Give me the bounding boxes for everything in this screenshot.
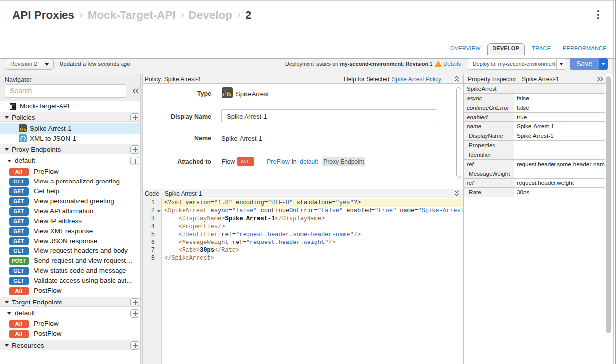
- svg-text:}: }: [24, 135, 26, 141]
- svg-text:{: {: [20, 135, 22, 141]
